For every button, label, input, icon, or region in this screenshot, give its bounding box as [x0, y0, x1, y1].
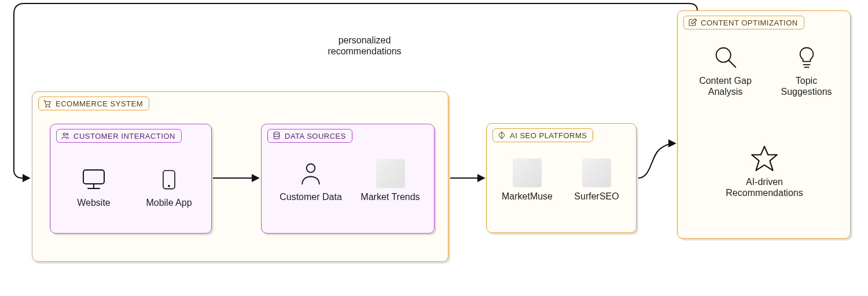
svg-point-11 [716, 48, 730, 62]
node-label-website: Website [62, 197, 126, 208]
svg-point-1 [49, 106, 50, 107]
edge-aiseo-to-contentopt [638, 143, 675, 178]
mobile-icon [155, 165, 183, 194]
node-ai-recs: AI-driven Recommendations [718, 144, 811, 198]
svg-point-0 [46, 106, 47, 107]
image-placeholder-icon [582, 158, 611, 187]
svg-point-2 [63, 133, 65, 135]
image-placeholder-icon [513, 158, 542, 187]
svg-rect-4 [83, 170, 104, 184]
group-data-sources: DATA SOURCES Customer Data Market Trends [261, 124, 435, 234]
node-topic-suggestions: Topic Suggestions [770, 43, 843, 97]
group-header-ai-seo: AI SEO PLATFORMS [492, 128, 593, 142]
group-title-ai-seo: AI SEO PLATFORMS [510, 131, 587, 140]
node-label-surferseo: SurferSEO [565, 191, 628, 202]
star-icon [750, 144, 779, 173]
magnifier-icon [711, 43, 740, 72]
edit-square-icon [688, 18, 697, 27]
node-mobile-app: Mobile App [137, 165, 201, 208]
svg-marker-15 [752, 146, 777, 171]
svg-point-10 [307, 164, 315, 173]
svg-point-9 [274, 132, 279, 134]
group-header-content-opt: CONTENT OPTIMIZATION [683, 16, 804, 29]
group-header-ecommerce: ECOMMERCE SYSTEM [38, 97, 149, 110]
user-group-icon [61, 131, 70, 140]
user-icon [296, 159, 325, 188]
database-icon [272, 131, 281, 140]
group-title-customer-interaction: CUSTOMER INTERACTION [73, 132, 175, 140]
brain-icon [497, 131, 506, 140]
svg-line-12 [729, 61, 735, 68]
node-label-ai-recs: AI-driven Recommendations [718, 176, 811, 198]
node-market-trends: Market Trends [357, 159, 424, 202]
node-label-topic-suggestions: Topic Suggestions [770, 75, 843, 97]
group-title-content-opt: CONTENT OPTIMIZATION [701, 18, 798, 27]
edge-label-feedback: personalized recommendations [301, 35, 428, 57]
svg-point-8 [168, 186, 170, 187]
node-label-content-gap: Content Gap Analysis [686, 75, 764, 97]
node-label-mobile-app: Mobile App [137, 197, 201, 208]
image-placeholder-icon [376, 159, 405, 188]
group-title-data-sources: DATA SOURCES [285, 132, 346, 140]
node-label-marketmuse: MarketMuse [495, 191, 559, 202]
group-ecommerce-system: ECOMMERCE SYSTEM CUSTOMER INTERACTION We… [32, 91, 448, 262]
node-content-gap: Content Gap Analysis [686, 43, 764, 97]
group-customer-interaction: CUSTOMER INTERACTION Website Mobile App [50, 124, 212, 234]
lightbulb-icon [792, 43, 821, 72]
group-header-data-sources: DATA SOURCES [267, 129, 352, 143]
node-website: Website [62, 165, 126, 208]
group-content-optimization: CONTENT OPTIMIZATION Content Gap Analysi… [677, 10, 851, 239]
node-label-market-trends: Market Trends [357, 191, 424, 202]
node-customer-data: Customer Data [276, 159, 345, 202]
cart-icon [43, 99, 52, 108]
node-marketmuse: MarketMuse [495, 158, 559, 202]
group-title-ecommerce: ECOMMERCE SYSTEM [56, 99, 143, 108]
svg-point-3 [67, 134, 68, 135]
node-surferseo: SurferSEO [565, 158, 628, 202]
node-label-customer-data: Customer Data [276, 191, 345, 202]
group-ai-seo-platforms: AI SEO PLATFORMS MarketMuse SurferSEO [486, 123, 637, 233]
monitor-icon [79, 165, 108, 194]
group-header-customer-interaction: CUSTOMER INTERACTION [56, 129, 182, 143]
